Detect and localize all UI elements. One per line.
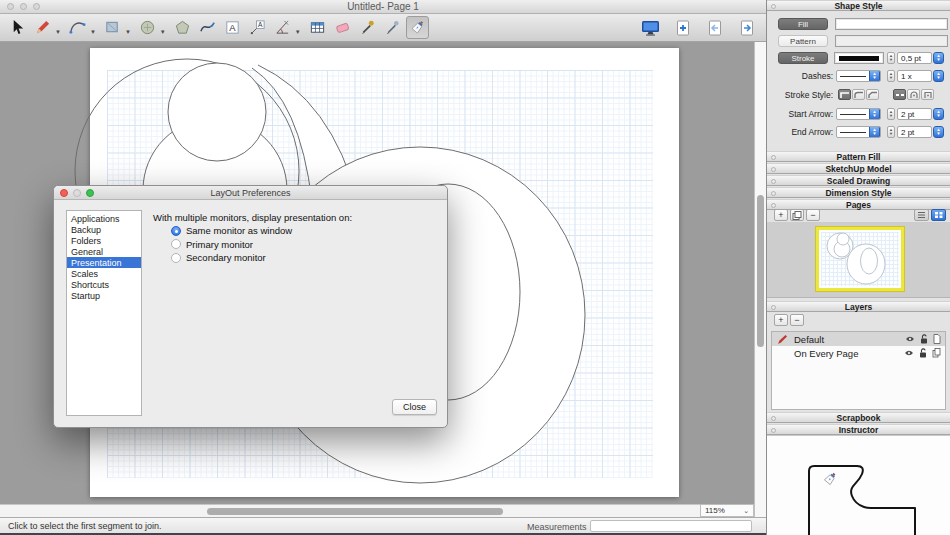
eraser-tool-button[interactable] [331,16,354,39]
pattern-toggle-button[interactable]: Pattern [778,35,828,47]
stroke-width-stepper[interactable]: ▲▼ [887,52,895,64]
remove-layer-button[interactable]: − [790,314,804,326]
layout-preferences-dialog: LayOut Preferences Applications Backup F… [53,185,448,428]
fill-color-swatch[interactable] [835,18,948,30]
corner-style-round-button[interactable] [852,89,865,100]
shared-pages-icon[interactable] [932,348,941,358]
dash-scale-value[interactable]: 1 x [897,70,932,82]
join-tool-button[interactable] [406,16,429,39]
section-item-general[interactable]: General [67,246,141,257]
section-item-backup[interactable]: Backup [67,224,141,235]
add-layer-button[interactable]: + [774,314,788,326]
previous-page-button[interactable] [703,16,726,39]
stroke-width-dropdown[interactable]: ▲▼ [933,52,944,64]
lock-icon[interactable] [919,348,927,358]
dash-scale-dropdown[interactable]: ▲▼ [933,70,944,82]
horizontal-scrollbar-thumb[interactable] [207,508,503,515]
arc-tool-dropdown-arrow[interactable]: ▼ [90,29,96,35]
dashes-dropdown[interactable]: ▲▼ [869,70,880,82]
horizontal-scrollbar[interactable] [0,504,700,517]
cap-style-square-button[interactable] [921,89,934,100]
cap-style-round-button[interactable] [907,89,920,100]
angular-dimension-tool-button[interactable] [271,16,294,39]
visibility-eye-icon[interactable] [905,335,915,343]
start-arrow-size-value[interactable]: 2 pt [897,108,932,120]
layer-row-on-every-page[interactable]: On Every Page [772,346,945,360]
style-tool-button[interactable] [356,16,379,39]
add-page-panel-button[interactable]: + [774,209,788,221]
vertical-scrollbar-thumb[interactable] [757,195,764,347]
start-arrow-size-stepper[interactable]: ▲▼ [887,108,895,120]
arc-tool-button[interactable] [66,16,89,39]
fill-toggle-button[interactable]: Fill [778,18,828,30]
radio-same-monitor[interactable] [171,226,181,236]
scrapbook-header[interactable]: Scrapbook [767,412,950,423]
select-tool-button[interactable] [6,16,29,39]
circle-tool-button[interactable] [136,16,159,39]
duplicate-page-button[interactable] [790,209,804,221]
dimension-style-header[interactable]: Dimension Style [767,187,950,198]
instructor-header[interactable]: Instructor [767,424,950,435]
start-arrow-dropdown[interactable]: ▲▼ [869,108,880,120]
end-arrow-dropdown[interactable]: ▲▼ [869,126,880,138]
rectangle-tool-dropdown-arrow[interactable]: ▼ [125,29,131,35]
add-page-button[interactable] [671,16,694,39]
freehand-tool-button[interactable] [196,16,219,39]
next-page-button[interactable] [735,16,758,39]
layer-row-default[interactable]: Default [772,332,945,346]
dash-scale-stepper[interactable]: ▲▼ [887,70,895,82]
corner-style-bevel-button[interactable] [866,89,879,100]
label-tool-button[interactable]: A [246,16,269,39]
line-tool-dropdown-arrow[interactable]: ▼ [55,29,61,35]
end-arrow-size-dropdown[interactable]: ▲▼ [933,126,944,138]
line-tool-button[interactable] [31,16,54,39]
layers-header[interactable]: Layers [767,301,950,312]
section-item-applications[interactable]: Applications [67,213,141,224]
radio-secondary-monitor[interactable] [171,253,181,263]
start-presentation-button[interactable] [639,16,662,39]
inspector-panel: Shape Style Fill Pattern Stroke ▲▼ 0,5 p… [766,0,950,535]
radio-primary-monitor[interactable] [171,239,181,249]
stroke-toggle-button[interactable]: Stroke [778,52,828,64]
rectangle-tool-button[interactable] [101,16,124,39]
section-item-shortcuts[interactable]: Shortcuts [67,279,141,290]
measurements-input[interactable] [590,520,752,532]
pattern-swatch[interactable] [835,35,948,47]
stroke-width-value[interactable]: 0,5 pt [897,52,932,64]
cap-style-butt-button[interactable] [893,89,906,100]
vertical-scrollbar[interactable] [754,42,766,517]
section-item-presentation[interactable]: Presentation [67,257,141,268]
section-item-startup[interactable]: Startup [67,290,141,301]
split-tool-button[interactable] [381,16,404,39]
pattern-fill-header[interactable]: Pattern Fill [767,151,950,162]
corner-style-square-button[interactable] [838,89,851,100]
start-arrow-combo[interactable]: ▲▼ [836,108,881,120]
circle-tool-dropdown-arrow[interactable]: ▼ [160,29,166,35]
text-tool-button[interactable]: A [221,16,244,39]
dashes-combo[interactable]: ▲▼ [836,70,881,82]
table-tool-button[interactable] [306,16,329,39]
sketchup-model-header[interactable]: SketchUp Model [767,163,950,174]
stroke-color-swatch[interactable] [834,52,884,64]
end-arrow-size-stepper[interactable]: ▲▼ [887,126,895,138]
polygon-tool-button[interactable] [171,16,194,39]
page-1-thumbnail[interactable] [816,227,904,291]
shape-style-header[interactable]: Shape Style [767,0,950,11]
remove-page-panel-button[interactable]: − [806,209,820,221]
dialog-titlebar[interactable]: LayOut Preferences [54,186,447,200]
grid-view-button[interactable] [931,209,946,221]
zoom-level-dropdown[interactable]: 115% ⌄ [700,504,754,517]
end-arrow-size-value[interactable]: 2 pt [897,126,932,138]
single-page-icon[interactable] [933,334,941,344]
section-item-scales[interactable]: Scales [67,268,141,279]
end-arrow-combo[interactable]: ▲▼ [836,126,881,138]
start-arrow-size-dropdown[interactable]: ▲▼ [933,108,944,120]
drawing-canvas[interactable]: 115% ⌄ LayOut Preferences Applications B… [0,42,766,517]
visibility-eye-icon[interactable] [904,349,914,357]
list-view-button[interactable] [914,209,929,221]
lock-icon[interactable] [920,334,928,344]
angular-dimension-dropdown-arrow[interactable]: ▼ [295,29,301,35]
close-button[interactable]: Close [392,399,437,415]
scaled-drawing-header[interactable]: Scaled Drawing [767,175,950,186]
section-item-folders[interactable]: Folders [67,235,141,246]
